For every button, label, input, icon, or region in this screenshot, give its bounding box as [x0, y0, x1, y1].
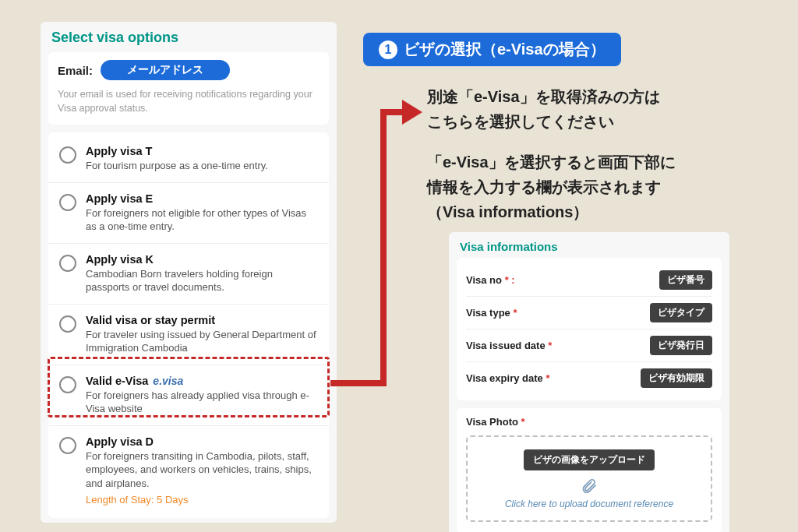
annotation-1: 別途「e-Visa」を取得済みの方は こちらを選択してください	[427, 84, 660, 134]
visa-no-row[interactable]: Visa no * : ビザ番号	[466, 264, 712, 297]
option-desc: For traveler using issued by General Dep…	[86, 328, 318, 355]
visa-issued-row[interactable]: Visa issued date * ビザ発行日	[466, 329, 712, 362]
visa-options-list: Apply visa T For tourism purpose as a on…	[48, 132, 329, 518]
arrow-segment	[380, 109, 387, 386]
option-visa-d[interactable]: Apply visa D For foreigners transiting i…	[48, 426, 329, 515]
option-visa-t[interactable]: Apply visa T For tourism purpose as a on…	[48, 136, 329, 183]
arrow-head-icon	[402, 100, 422, 125]
field-tag: ビザタイプ	[650, 303, 712, 322]
upload-link[interactable]: Click here to upload document reference	[475, 499, 703, 509]
annotation-2: 「e-Visa」を選択すると画面下部に 情報を入力する欄が表示されます （Vis…	[427, 150, 676, 224]
option-valid-visa[interactable]: Valid visa or stay permit For traveler u…	[48, 305, 329, 365]
option-title: Valid visa or stay permit	[86, 314, 318, 326]
field-tag: ビザ番号	[659, 270, 712, 290]
paperclip-icon	[581, 478, 597, 494]
option-title: Apply visa K	[86, 253, 318, 266]
option-title: Apply visa T	[86, 145, 318, 157]
option-desc: For foreigners has already applied visa …	[86, 389, 318, 416]
visa-expiry-row[interactable]: Visa expiry date * ビザ有効期限	[466, 362, 712, 394]
annotation-line: 情報を入力する欄が表示されます	[427, 174, 676, 199]
visa-fields-card: Visa no * : ビザ番号 Visa type * ビザタイプ Visa …	[457, 258, 722, 400]
radio-icon[interactable]	[59, 315, 76, 333]
arrow-segment	[330, 380, 387, 386]
email-input-placeholder[interactable]: メールアドレス	[101, 60, 230, 80]
visa-info-panel: Visa informations Visa no * : ビザ番号 Visa …	[449, 232, 729, 532]
option-title: Apply visa E	[86, 192, 318, 205]
option-desc: For foreigners not eligible for other ty…	[86, 206, 318, 234]
annotation-line: こちらを選択してください	[427, 109, 660, 134]
option-title: Apply visa D	[86, 435, 318, 448]
email-label: Email:	[58, 64, 93, 77]
visa-info-title: Visa informations	[449, 232, 729, 258]
email-card: Email: メールアドレス Your email is used for re…	[48, 52, 329, 125]
annotation-line: 別途「e-Visa」を取得済みの方は	[427, 84, 660, 109]
option-desc: For tourism purpose as a one-time entry.	[86, 159, 318, 173]
visa-type-row[interactable]: Visa type * ビザタイプ	[466, 297, 712, 329]
photo-label: Visa Photo *	[466, 416, 712, 428]
upload-tag: ビザの画像をアップロード	[524, 449, 655, 470]
field-label: Visa expiry date *	[466, 372, 549, 384]
field-tag: ビザ発行日	[650, 336, 712, 355]
radio-icon[interactable]	[59, 194, 76, 211]
email-note: Your email is used for receiving notific…	[58, 88, 320, 115]
option-title-text: Valid e-Visa	[86, 375, 148, 387]
app-panel: Select visa options Email: メールアドレス Your …	[41, 22, 337, 523]
option-valid-evisa[interactable]: Valid e-Visa e.visa For foreigners has a…	[48, 365, 329, 426]
evisa-logo-icon: e.visa	[153, 375, 183, 387]
upload-dropzone[interactable]: ビザの画像をアップロード Click here to upload docume…	[466, 435, 712, 522]
field-label: Visa type *	[466, 307, 517, 319]
field-label: Visa no * :	[466, 274, 515, 286]
field-label: Visa issued date *	[466, 340, 552, 351]
annotation-line: 「e-Visa」を選択すると画面下部に	[427, 150, 676, 174]
radio-icon[interactable]	[59, 437, 76, 454]
annotation-line: （Visa informations）	[427, 199, 676, 224]
radio-icon[interactable]	[59, 255, 76, 272]
radio-icon[interactable]	[59, 376, 76, 393]
step-number: 1	[379, 41, 397, 59]
option-extra: Length of Stay: 5 Days	[86, 494, 318, 506]
option-visa-e[interactable]: Apply visa E For foreigners not eligible…	[48, 183, 329, 244]
option-desc: Cambodian Born travelers holding foreign…	[86, 267, 318, 294]
option-visa-k[interactable]: Apply visa K Cambodian Born travelers ho…	[48, 244, 329, 305]
option-title: Valid e-Visa e.visa	[86, 375, 318, 387]
step-badge: 1 ビザの選択（e-Visaの場合）	[363, 33, 621, 66]
field-tag: ビザ有効期限	[641, 368, 712, 388]
step-title: ビザの選択（e-Visaの場合）	[404, 39, 606, 60]
visa-photo-card: Visa Photo * ビザの画像をアップロード Click here to …	[457, 408, 722, 532]
page-title: Select visa options	[41, 22, 337, 52]
radio-icon[interactable]	[59, 146, 76, 164]
option-desc: For foreigners transiting in Cambodia, p…	[86, 449, 318, 491]
